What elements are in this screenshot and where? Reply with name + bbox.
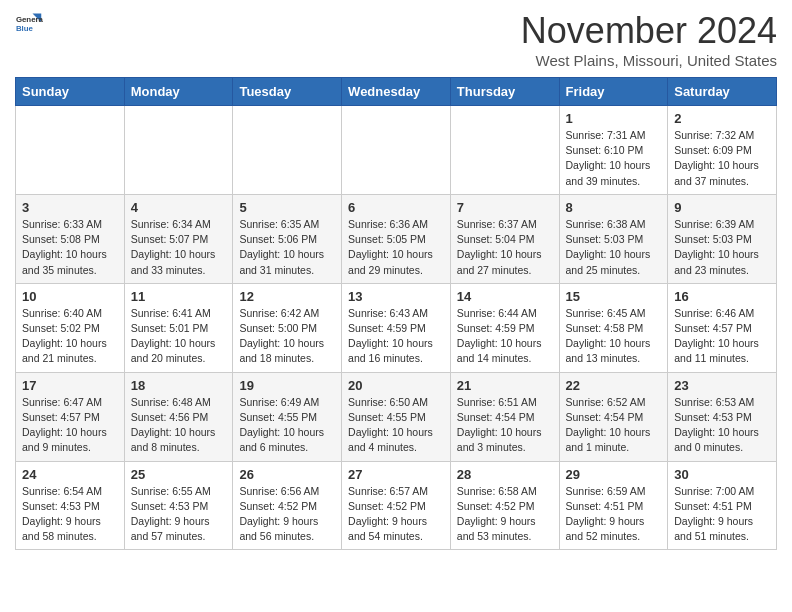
calendar-body: 1Sunrise: 7:31 AM Sunset: 6:10 PM Daylig… [16, 106, 777, 550]
calendar-cell: 19Sunrise: 6:49 AM Sunset: 4:55 PM Dayli… [233, 372, 342, 461]
calendar-week-row: 1Sunrise: 7:31 AM Sunset: 6:10 PM Daylig… [16, 106, 777, 195]
day-number: 5 [239, 200, 335, 215]
day-number: 17 [22, 378, 118, 393]
day-info: Sunrise: 6:41 AM Sunset: 5:01 PM Dayligh… [131, 306, 227, 367]
day-info: Sunrise: 6:50 AM Sunset: 4:55 PM Dayligh… [348, 395, 444, 456]
calendar-cell: 24Sunrise: 6:54 AM Sunset: 4:53 PM Dayli… [16, 461, 125, 550]
calendar-cell: 5Sunrise: 6:35 AM Sunset: 5:06 PM Daylig… [233, 194, 342, 283]
calendar-header-row: SundayMondayTuesdayWednesdayThursdayFrid… [16, 78, 777, 106]
day-info: Sunrise: 6:48 AM Sunset: 4:56 PM Dayligh… [131, 395, 227, 456]
calendar-cell [450, 106, 559, 195]
calendar-day-header: Thursday [450, 78, 559, 106]
day-number: 22 [566, 378, 662, 393]
day-info: Sunrise: 6:42 AM Sunset: 5:00 PM Dayligh… [239, 306, 335, 367]
calendar-day-header: Friday [559, 78, 668, 106]
calendar-cell: 12Sunrise: 6:42 AM Sunset: 5:00 PM Dayli… [233, 283, 342, 372]
calendar-cell: 16Sunrise: 6:46 AM Sunset: 4:57 PM Dayli… [668, 283, 777, 372]
day-info: Sunrise: 6:57 AM Sunset: 4:52 PM Dayligh… [348, 484, 444, 545]
calendar-cell: 13Sunrise: 6:43 AM Sunset: 4:59 PM Dayli… [342, 283, 451, 372]
calendar-cell [342, 106, 451, 195]
month-title: November 2024 [521, 10, 777, 52]
day-info: Sunrise: 6:58 AM Sunset: 4:52 PM Dayligh… [457, 484, 553, 545]
calendar-week-row: 24Sunrise: 6:54 AM Sunset: 4:53 PM Dayli… [16, 461, 777, 550]
calendar-cell: 1Sunrise: 7:31 AM Sunset: 6:10 PM Daylig… [559, 106, 668, 195]
day-number: 12 [239, 289, 335, 304]
day-number: 3 [22, 200, 118, 215]
day-info: Sunrise: 6:46 AM Sunset: 4:57 PM Dayligh… [674, 306, 770, 367]
day-number: 29 [566, 467, 662, 482]
day-info: Sunrise: 6:54 AM Sunset: 4:53 PM Dayligh… [22, 484, 118, 545]
day-number: 28 [457, 467, 553, 482]
calendar-cell: 28Sunrise: 6:58 AM Sunset: 4:52 PM Dayli… [450, 461, 559, 550]
day-info: Sunrise: 6:53 AM Sunset: 4:53 PM Dayligh… [674, 395, 770, 456]
day-info: Sunrise: 6:52 AM Sunset: 4:54 PM Dayligh… [566, 395, 662, 456]
calendar-cell: 14Sunrise: 6:44 AM Sunset: 4:59 PM Dayli… [450, 283, 559, 372]
calendar-cell: 21Sunrise: 6:51 AM Sunset: 4:54 PM Dayli… [450, 372, 559, 461]
calendar-cell [124, 106, 233, 195]
calendar-cell: 11Sunrise: 6:41 AM Sunset: 5:01 PM Dayli… [124, 283, 233, 372]
calendar-cell: 25Sunrise: 6:55 AM Sunset: 4:53 PM Dayli… [124, 461, 233, 550]
calendar-day-header: Saturday [668, 78, 777, 106]
calendar-cell [233, 106, 342, 195]
calendar-week-row: 17Sunrise: 6:47 AM Sunset: 4:57 PM Dayli… [16, 372, 777, 461]
calendar-cell [16, 106, 125, 195]
day-number: 18 [131, 378, 227, 393]
day-info: Sunrise: 6:43 AM Sunset: 4:59 PM Dayligh… [348, 306, 444, 367]
calendar-week-row: 3Sunrise: 6:33 AM Sunset: 5:08 PM Daylig… [16, 194, 777, 283]
day-info: Sunrise: 7:00 AM Sunset: 4:51 PM Dayligh… [674, 484, 770, 545]
calendar-cell: 9Sunrise: 6:39 AM Sunset: 5:03 PM Daylig… [668, 194, 777, 283]
day-number: 10 [22, 289, 118, 304]
page-header: General Blue November 2024 West Plains, … [15, 10, 777, 69]
calendar-cell: 23Sunrise: 6:53 AM Sunset: 4:53 PM Dayli… [668, 372, 777, 461]
day-number: 26 [239, 467, 335, 482]
calendar-cell: 3Sunrise: 6:33 AM Sunset: 5:08 PM Daylig… [16, 194, 125, 283]
day-number: 24 [22, 467, 118, 482]
day-info: Sunrise: 6:40 AM Sunset: 5:02 PM Dayligh… [22, 306, 118, 367]
day-info: Sunrise: 6:49 AM Sunset: 4:55 PM Dayligh… [239, 395, 335, 456]
calendar-cell: 10Sunrise: 6:40 AM Sunset: 5:02 PM Dayli… [16, 283, 125, 372]
day-number: 19 [239, 378, 335, 393]
day-number: 2 [674, 111, 770, 126]
svg-text:General: General [16, 15, 43, 24]
day-number: 8 [566, 200, 662, 215]
calendar-cell: 2Sunrise: 7:32 AM Sunset: 6:09 PM Daylig… [668, 106, 777, 195]
day-info: Sunrise: 6:56 AM Sunset: 4:52 PM Dayligh… [239, 484, 335, 545]
calendar-cell: 27Sunrise: 6:57 AM Sunset: 4:52 PM Dayli… [342, 461, 451, 550]
title-block: November 2024 West Plains, Missouri, Uni… [521, 10, 777, 69]
day-number: 23 [674, 378, 770, 393]
day-number: 21 [457, 378, 553, 393]
day-info: Sunrise: 6:47 AM Sunset: 4:57 PM Dayligh… [22, 395, 118, 456]
day-number: 25 [131, 467, 227, 482]
day-number: 6 [348, 200, 444, 215]
day-info: Sunrise: 6:38 AM Sunset: 5:03 PM Dayligh… [566, 217, 662, 278]
day-number: 9 [674, 200, 770, 215]
calendar-cell: 17Sunrise: 6:47 AM Sunset: 4:57 PM Dayli… [16, 372, 125, 461]
svg-text:Blue: Blue [16, 24, 34, 33]
day-info: Sunrise: 6:36 AM Sunset: 5:05 PM Dayligh… [348, 217, 444, 278]
calendar-cell: 4Sunrise: 6:34 AM Sunset: 5:07 PM Daylig… [124, 194, 233, 283]
day-info: Sunrise: 6:59 AM Sunset: 4:51 PM Dayligh… [566, 484, 662, 545]
day-info: Sunrise: 6:55 AM Sunset: 4:53 PM Dayligh… [131, 484, 227, 545]
day-number: 16 [674, 289, 770, 304]
logo-icon: General Blue [15, 10, 43, 38]
day-info: Sunrise: 6:33 AM Sunset: 5:08 PM Dayligh… [22, 217, 118, 278]
day-number: 7 [457, 200, 553, 215]
location: West Plains, Missouri, United States [521, 52, 777, 69]
day-info: Sunrise: 6:45 AM Sunset: 4:58 PM Dayligh… [566, 306, 662, 367]
calendar-day-header: Wednesday [342, 78, 451, 106]
day-number: 20 [348, 378, 444, 393]
calendar-cell: 30Sunrise: 7:00 AM Sunset: 4:51 PM Dayli… [668, 461, 777, 550]
calendar-table: SundayMondayTuesdayWednesdayThursdayFrid… [15, 77, 777, 550]
calendar-day-header: Tuesday [233, 78, 342, 106]
day-info: Sunrise: 6:37 AM Sunset: 5:04 PM Dayligh… [457, 217, 553, 278]
day-number: 30 [674, 467, 770, 482]
day-number: 1 [566, 111, 662, 126]
day-number: 4 [131, 200, 227, 215]
calendar-cell: 18Sunrise: 6:48 AM Sunset: 4:56 PM Dayli… [124, 372, 233, 461]
calendar-cell: 26Sunrise: 6:56 AM Sunset: 4:52 PM Dayli… [233, 461, 342, 550]
day-info: Sunrise: 6:44 AM Sunset: 4:59 PM Dayligh… [457, 306, 553, 367]
day-info: Sunrise: 6:35 AM Sunset: 5:06 PM Dayligh… [239, 217, 335, 278]
day-number: 27 [348, 467, 444, 482]
calendar-cell: 20Sunrise: 6:50 AM Sunset: 4:55 PM Dayli… [342, 372, 451, 461]
day-info: Sunrise: 6:39 AM Sunset: 5:03 PM Dayligh… [674, 217, 770, 278]
